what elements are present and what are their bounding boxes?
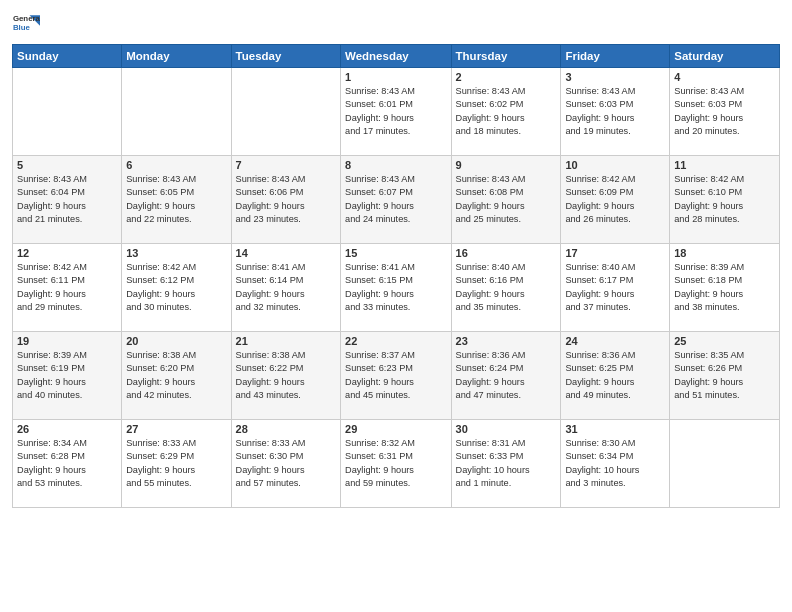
- calendar-cell: 6Sunrise: 8:43 AM Sunset: 6:05 PM Daylig…: [122, 156, 231, 244]
- day-number: 10: [565, 159, 665, 171]
- calendar-cell: 7Sunrise: 8:43 AM Sunset: 6:06 PM Daylig…: [231, 156, 340, 244]
- calendar-cell: 28Sunrise: 8:33 AM Sunset: 6:30 PM Dayli…: [231, 420, 340, 508]
- day-number: 23: [456, 335, 557, 347]
- calendar-cell: 26Sunrise: 8:34 AM Sunset: 6:28 PM Dayli…: [13, 420, 122, 508]
- calendar-cell: 20Sunrise: 8:38 AM Sunset: 6:20 PM Dayli…: [122, 332, 231, 420]
- calendar-body: 1Sunrise: 8:43 AM Sunset: 6:01 PM Daylig…: [13, 68, 780, 508]
- weekday-header-row: SundayMondayTuesdayWednesdayThursdayFrid…: [13, 45, 780, 68]
- day-number: 7: [236, 159, 336, 171]
- calendar-cell: 10Sunrise: 8:42 AM Sunset: 6:09 PM Dayli…: [561, 156, 670, 244]
- day-info: Sunrise: 8:41 AM Sunset: 6:15 PM Dayligh…: [345, 261, 447, 314]
- day-info: Sunrise: 8:33 AM Sunset: 6:29 PM Dayligh…: [126, 437, 226, 490]
- calendar-cell: 25Sunrise: 8:35 AM Sunset: 6:26 PM Dayli…: [670, 332, 780, 420]
- calendar-cell: 16Sunrise: 8:40 AM Sunset: 6:16 PM Dayli…: [451, 244, 561, 332]
- week-row-3: 12Sunrise: 8:42 AM Sunset: 6:11 PM Dayli…: [13, 244, 780, 332]
- day-info: Sunrise: 8:40 AM Sunset: 6:17 PM Dayligh…: [565, 261, 665, 314]
- calendar-cell: 12Sunrise: 8:42 AM Sunset: 6:11 PM Dayli…: [13, 244, 122, 332]
- day-info: Sunrise: 8:43 AM Sunset: 6:03 PM Dayligh…: [674, 85, 775, 138]
- calendar-cell: 14Sunrise: 8:41 AM Sunset: 6:14 PM Dayli…: [231, 244, 340, 332]
- day-number: 6: [126, 159, 226, 171]
- calendar-cell: 27Sunrise: 8:33 AM Sunset: 6:29 PM Dayli…: [122, 420, 231, 508]
- calendar-cell: 18Sunrise: 8:39 AM Sunset: 6:18 PM Dayli…: [670, 244, 780, 332]
- day-info: Sunrise: 8:42 AM Sunset: 6:11 PM Dayligh…: [17, 261, 117, 314]
- week-row-5: 26Sunrise: 8:34 AM Sunset: 6:28 PM Dayli…: [13, 420, 780, 508]
- day-info: Sunrise: 8:43 AM Sunset: 6:05 PM Dayligh…: [126, 173, 226, 226]
- calendar-cell: 21Sunrise: 8:38 AM Sunset: 6:22 PM Dayli…: [231, 332, 340, 420]
- day-number: 4: [674, 71, 775, 83]
- calendar-cell: 23Sunrise: 8:36 AM Sunset: 6:24 PM Dayli…: [451, 332, 561, 420]
- day-info: Sunrise: 8:38 AM Sunset: 6:20 PM Dayligh…: [126, 349, 226, 402]
- calendar-cell: 15Sunrise: 8:41 AM Sunset: 6:15 PM Dayli…: [341, 244, 452, 332]
- calendar-cell: [122, 68, 231, 156]
- day-info: Sunrise: 8:38 AM Sunset: 6:22 PM Dayligh…: [236, 349, 336, 402]
- weekday-header-monday: Monday: [122, 45, 231, 68]
- calendar-cell: 19Sunrise: 8:39 AM Sunset: 6:19 PM Dayli…: [13, 332, 122, 420]
- day-info: Sunrise: 8:43 AM Sunset: 6:04 PM Dayligh…: [17, 173, 117, 226]
- day-number: 17: [565, 247, 665, 259]
- day-number: 19: [17, 335, 117, 347]
- day-info: Sunrise: 8:43 AM Sunset: 6:01 PM Dayligh…: [345, 85, 447, 138]
- day-number: 16: [456, 247, 557, 259]
- calendar-cell: [13, 68, 122, 156]
- svg-text:Blue: Blue: [13, 23, 31, 32]
- day-number: 15: [345, 247, 447, 259]
- day-number: 26: [17, 423, 117, 435]
- svg-text:General: General: [13, 14, 40, 23]
- day-number: 14: [236, 247, 336, 259]
- calendar-cell: 2Sunrise: 8:43 AM Sunset: 6:02 PM Daylig…: [451, 68, 561, 156]
- day-number: 8: [345, 159, 447, 171]
- weekday-header-wednesday: Wednesday: [341, 45, 452, 68]
- day-info: Sunrise: 8:43 AM Sunset: 6:07 PM Dayligh…: [345, 173, 447, 226]
- day-number: 27: [126, 423, 226, 435]
- day-info: Sunrise: 8:43 AM Sunset: 6:08 PM Dayligh…: [456, 173, 557, 226]
- day-info: Sunrise: 8:34 AM Sunset: 6:28 PM Dayligh…: [17, 437, 117, 490]
- week-row-2: 5Sunrise: 8:43 AM Sunset: 6:04 PM Daylig…: [13, 156, 780, 244]
- calendar-cell: [670, 420, 780, 508]
- day-number: 12: [17, 247, 117, 259]
- day-number: 28: [236, 423, 336, 435]
- day-info: Sunrise: 8:42 AM Sunset: 6:12 PM Dayligh…: [126, 261, 226, 314]
- calendar-cell: [231, 68, 340, 156]
- day-info: Sunrise: 8:39 AM Sunset: 6:18 PM Dayligh…: [674, 261, 775, 314]
- day-info: Sunrise: 8:30 AM Sunset: 6:34 PM Dayligh…: [565, 437, 665, 490]
- day-info: Sunrise: 8:36 AM Sunset: 6:24 PM Dayligh…: [456, 349, 557, 402]
- calendar-cell: 22Sunrise: 8:37 AM Sunset: 6:23 PM Dayli…: [341, 332, 452, 420]
- day-number: 2: [456, 71, 557, 83]
- calendar-cell: 31Sunrise: 8:30 AM Sunset: 6:34 PM Dayli…: [561, 420, 670, 508]
- day-info: Sunrise: 8:43 AM Sunset: 6:02 PM Dayligh…: [456, 85, 557, 138]
- day-number: 22: [345, 335, 447, 347]
- day-info: Sunrise: 8:32 AM Sunset: 6:31 PM Dayligh…: [345, 437, 447, 490]
- day-number: 9: [456, 159, 557, 171]
- day-number: 30: [456, 423, 557, 435]
- day-info: Sunrise: 8:42 AM Sunset: 6:10 PM Dayligh…: [674, 173, 775, 226]
- day-info: Sunrise: 8:33 AM Sunset: 6:30 PM Dayligh…: [236, 437, 336, 490]
- day-number: 18: [674, 247, 775, 259]
- calendar-cell: 24Sunrise: 8:36 AM Sunset: 6:25 PM Dayli…: [561, 332, 670, 420]
- week-row-4: 19Sunrise: 8:39 AM Sunset: 6:19 PM Dayli…: [13, 332, 780, 420]
- day-number: 13: [126, 247, 226, 259]
- logo-icon: General Blue: [12, 10, 40, 38]
- day-number: 3: [565, 71, 665, 83]
- day-info: Sunrise: 8:42 AM Sunset: 6:09 PM Dayligh…: [565, 173, 665, 226]
- calendar-cell: 11Sunrise: 8:42 AM Sunset: 6:10 PM Dayli…: [670, 156, 780, 244]
- calendar-cell: 9Sunrise: 8:43 AM Sunset: 6:08 PM Daylig…: [451, 156, 561, 244]
- day-info: Sunrise: 8:37 AM Sunset: 6:23 PM Dayligh…: [345, 349, 447, 402]
- day-info: Sunrise: 8:43 AM Sunset: 6:03 PM Dayligh…: [565, 85, 665, 138]
- day-info: Sunrise: 8:43 AM Sunset: 6:06 PM Dayligh…: [236, 173, 336, 226]
- weekday-header-tuesday: Tuesday: [231, 45, 340, 68]
- weekday-header-thursday: Thursday: [451, 45, 561, 68]
- day-number: 25: [674, 335, 775, 347]
- calendar-cell: 13Sunrise: 8:42 AM Sunset: 6:12 PM Dayli…: [122, 244, 231, 332]
- week-row-1: 1Sunrise: 8:43 AM Sunset: 6:01 PM Daylig…: [13, 68, 780, 156]
- calendar-cell: 1Sunrise: 8:43 AM Sunset: 6:01 PM Daylig…: [341, 68, 452, 156]
- day-number: 21: [236, 335, 336, 347]
- logo: General Blue: [12, 10, 40, 38]
- day-info: Sunrise: 8:39 AM Sunset: 6:19 PM Dayligh…: [17, 349, 117, 402]
- day-number: 24: [565, 335, 665, 347]
- page-header: General Blue: [12, 10, 780, 38]
- day-number: 29: [345, 423, 447, 435]
- day-info: Sunrise: 8:35 AM Sunset: 6:26 PM Dayligh…: [674, 349, 775, 402]
- weekday-header-saturday: Saturday: [670, 45, 780, 68]
- calendar-cell: 29Sunrise: 8:32 AM Sunset: 6:31 PM Dayli…: [341, 420, 452, 508]
- day-number: 20: [126, 335, 226, 347]
